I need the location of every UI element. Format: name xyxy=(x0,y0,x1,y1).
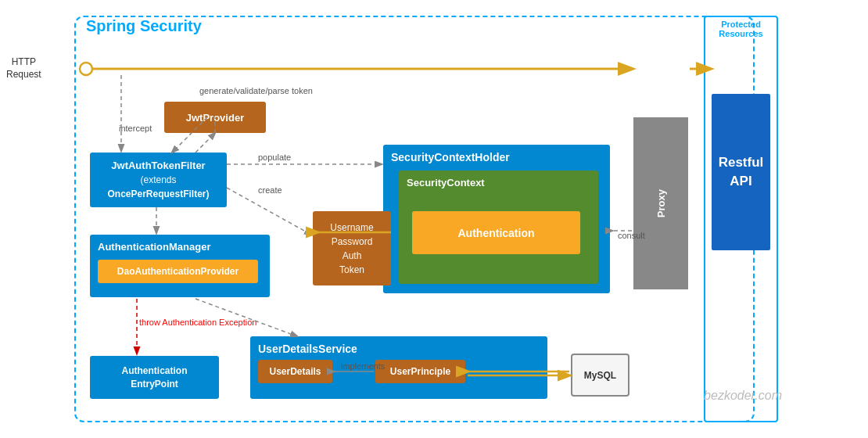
auth-entry-point-box: AuthenticationEntryPoint xyxy=(90,356,219,399)
authentication-box: Authentication xyxy=(412,211,580,254)
consult-label: consult xyxy=(618,231,645,240)
aep-label: AuthenticationEntryPoint xyxy=(122,364,188,391)
protected-label: Protected Resources xyxy=(708,20,774,38)
user-principle-box: UserPrinciple xyxy=(375,360,465,383)
sch-label: SecurityContextHolder xyxy=(383,145,610,167)
dao-box: DaoAuthenticationProvider xyxy=(98,260,258,283)
up-label: UserPrinciple xyxy=(390,366,450,377)
dao-label: DaoAuthenticationProvider xyxy=(117,266,239,277)
proxy-box: Proxy xyxy=(633,117,688,289)
jwt-filter-label: JwtAuthTokenFilter(extendsOncePerRequest… xyxy=(107,159,209,202)
mysql-label: MySQL xyxy=(584,370,616,381)
generate-label: generate/validate/parse token xyxy=(199,86,313,95)
jwt-provider-box: JwtProvider xyxy=(164,102,266,133)
am-label: AuthenticationManager xyxy=(90,235,270,256)
implements-label: implements xyxy=(341,361,385,371)
intercept-label: intercept xyxy=(119,124,152,133)
restful-api-box: Restful API xyxy=(712,94,770,250)
sc-label: SecurityContext xyxy=(399,171,598,192)
upat-label: UsernamePasswordAuthToken xyxy=(330,221,373,277)
user-details-box: UserDetails xyxy=(258,360,332,383)
throw-label: throw Authentication Exception xyxy=(139,317,256,328)
http-request-label: HTTPRequest xyxy=(6,56,41,81)
uds-label: UserDetailsService xyxy=(250,336,547,358)
spring-security-title: Spring Security xyxy=(86,17,202,35)
populate-label: populate xyxy=(258,153,291,162)
upat-box: UsernamePasswordAuthToken xyxy=(313,211,391,285)
watermark: bezkoder.com xyxy=(704,389,782,403)
restful-api-label: Restful API xyxy=(712,153,770,191)
authentication-label: Authentication xyxy=(458,227,535,239)
jwt-provider-label: JwtProvider xyxy=(186,112,244,124)
jwt-filter-box: JwtAuthTokenFilter(extendsOncePerRequest… xyxy=(90,153,227,207)
mysql-box: MySQL xyxy=(571,354,629,397)
ud-label: UserDetails xyxy=(269,366,321,377)
diagram-container: Spring Security HTTPRequest Protected Re… xyxy=(0,0,868,438)
proxy-label: Proxy xyxy=(655,189,667,217)
create-label: create xyxy=(258,185,282,195)
